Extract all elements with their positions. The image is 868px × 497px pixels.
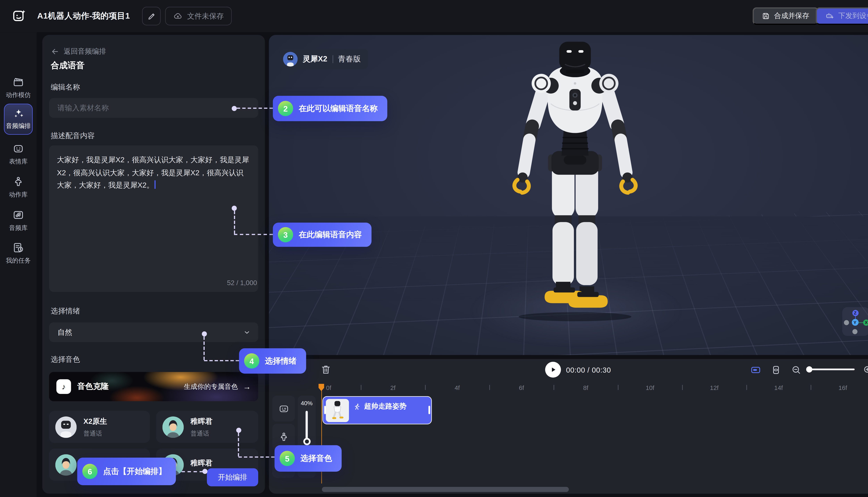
- voice-content-textarea[interactable]: 大家好，我是灵犀X2，很高兴认识大家，大家好，我是灵犀X2，很高兴认识大家，大家…: [49, 145, 258, 292]
- robot-name: 灵犀X2: [303, 54, 327, 64]
- speed-value: 40%: [298, 399, 316, 406]
- project-title: A1机器人动作-我的项目1: [37, 11, 130, 22]
- timeline-horizontal-scrollbar[interactable]: [322, 487, 569, 492]
- connector-line: [234, 211, 235, 234]
- back-arrow-icon: [51, 47, 59, 56]
- gizmo-x-handle[interactable]: X: [863, 319, 868, 326]
- start-arrange-button[interactable]: 开始编排: [207, 468, 258, 486]
- runner-icon: [353, 402, 361, 410]
- time-display: 00:00 / 00:30: [566, 366, 611, 374]
- top-bar: A1机器人动作-我的项目1 文件未保存 合成并保存 下发到设备: [0, 0, 868, 32]
- sidebar-item-expression-library[interactable]: 表情库: [0, 143, 37, 166]
- step-number-badge: 5: [280, 451, 295, 466]
- fit-timeline-icon[interactable]: [771, 365, 781, 375]
- gizmo-z-handle[interactable]: Z: [852, 310, 858, 316]
- clip-trim-right-handle[interactable]: [429, 406, 430, 414]
- app-logo-icon: [11, 8, 27, 24]
- robot-3d-viewport[interactable]: 灵犀X2 青春版 Z X Y: [269, 35, 868, 355]
- ruler-label: 10f: [642, 384, 658, 391]
- rename-project-button[interactable]: [142, 7, 160, 25]
- person-icon: [278, 431, 289, 442]
- zoom-out-icon[interactable]: [791, 365, 802, 375]
- connector-line: [234, 234, 273, 235]
- sparkles-icon: [13, 108, 24, 119]
- tutorial-step-5: 5 选择音色: [275, 445, 341, 472]
- deploy-to-device-button[interactable]: 下发到设备: [816, 7, 868, 25]
- auto-snap-icon[interactable]: [750, 365, 761, 375]
- ruler-label: 14f: [770, 384, 787, 391]
- emotion-field-label: 选择情绪: [51, 306, 80, 316]
- delete-clip-icon[interactable]: [320, 364, 332, 375]
- panel-title: 合成语音: [51, 60, 85, 71]
- expression-track-button[interactable]: [272, 396, 295, 422]
- tutorial-step-2: 2 在此可以编辑语音名称: [273, 96, 387, 121]
- file-unsaved-status[interactable]: 文件未保存: [165, 7, 232, 25]
- orientation-gizmo[interactable]: Z X Y: [842, 307, 868, 336]
- connector-line: [238, 433, 239, 456]
- robot-edition: 青春版: [338, 54, 361, 64]
- ruler-label: 4f: [449, 384, 466, 391]
- step-number-badge: 3: [278, 227, 293, 242]
- sidebar-item-action-library[interactable]: 动作库: [0, 176, 37, 199]
- synthesize-voice-panel: 返回音频编排 合成语音 编辑名称 描述配音内容 大家好，我是灵犀X2，很高兴认识…: [42, 35, 265, 494]
- voice-card-zhihuijun[interactable]: 稚晖君普通话: [156, 411, 258, 443]
- arrow-right-icon: →: [243, 382, 251, 391]
- zoom-in-icon[interactable]: [863, 365, 868, 375]
- music-note-icon: ♪: [56, 379, 71, 394]
- divider: [332, 55, 333, 63]
- timeline-panel: 00:00 / 00:30 0f 2f 4f 6f 8f 10f 12f 14f…: [269, 359, 868, 494]
- task-list-icon: [12, 242, 24, 254]
- voice-clone-banner[interactable]: ♪ 音色克隆 生成你的专属音色 →: [49, 372, 258, 401]
- avatar: [55, 416, 76, 438]
- save-icon: [761, 12, 770, 20]
- voice-field-label: 选择音色: [51, 355, 80, 365]
- wink-face-icon: [278, 403, 289, 414]
- sidebar-item-my-tasks[interactable]: 我的任务: [0, 242, 37, 265]
- content-field-label: 描述配音内容: [51, 131, 95, 141]
- connector-dot-start-button: [202, 469, 208, 474]
- chevron-down-icon: [243, 328, 251, 336]
- avatar: [55, 454, 76, 475]
- back-to-audio-arrange-link[interactable]: 返回音频编排: [51, 47, 106, 56]
- sidebar-item-audio-library[interactable]: 音频库: [0, 209, 37, 232]
- timeline-clip-walk-pose[interactable]: 超帅走路姿势: [323, 396, 432, 424]
- gizmo-y-handle[interactable]: Y: [852, 319, 858, 326]
- connector-line: [182, 471, 203, 472]
- clip-thumbnail: [326, 399, 349, 422]
- tutorial-step-6: 6 点击【开始编排】: [77, 458, 176, 485]
- connector-dot-content-field: [232, 205, 237, 211]
- name-field-label: 编辑名称: [51, 82, 80, 92]
- sidebar-nav: 动作模仿 音频编排 表情库 动作库 音频库 我的任务: [0, 32, 37, 497]
- timeline-zoom-slider[interactable]: [809, 369, 855, 370]
- app-window: A1机器人动作-我的项目1 文件未保存 合成并保存 下发到设备 动作模仿 音频编…: [0, 0, 868, 497]
- step-number-badge: 4: [244, 353, 260, 369]
- text-caret: [154, 180, 155, 189]
- step-number-badge: 2: [278, 101, 293, 116]
- emotion-select[interactable]: 自然: [49, 323, 258, 342]
- connector-line: [237, 108, 273, 109]
- material-name-input[interactable]: [49, 98, 258, 118]
- cloud-unsaved-icon: [173, 11, 183, 21]
- avatar: [162, 416, 184, 438]
- clapperboard-icon: [12, 76, 24, 88]
- clip-trim-left-handle[interactable]: [324, 406, 326, 414]
- play-icon: [549, 365, 558, 374]
- voice-card-x2-native[interactable]: X2原生普通话: [49, 411, 150, 443]
- tutorial-step-3: 3 在此编辑语音内容: [273, 223, 372, 247]
- ruler-label: 12f: [706, 384, 723, 391]
- sidebar-item-audio-arrange[interactable]: 音频编排: [4, 104, 33, 135]
- robot-avatar: [283, 52, 297, 67]
- robot-model-badge[interactable]: 灵犀X2 青春版: [280, 49, 368, 69]
- ruler-label: 8f: [577, 384, 594, 391]
- play-button[interactable]: [545, 362, 561, 378]
- speed-slider-knob[interactable]: [303, 438, 310, 445]
- gizmo-neg-x-handle[interactable]: [844, 320, 849, 325]
- clip-speed-control[interactable]: 40%: [298, 396, 316, 450]
- gizmo-neg-z-handle[interactable]: [852, 329, 857, 334]
- file-unsaved-label: 文件未保存: [187, 11, 224, 21]
- clip-title: 超帅走路姿势: [364, 402, 407, 411]
- synthesize-save-button[interactable]: 合成并保存: [753, 7, 818, 25]
- sidebar-item-motion-mimic[interactable]: 动作模仿: [0, 76, 37, 99]
- zoom-slider-knob[interactable]: [806, 366, 812, 372]
- ruler-label: 16f: [834, 384, 851, 391]
